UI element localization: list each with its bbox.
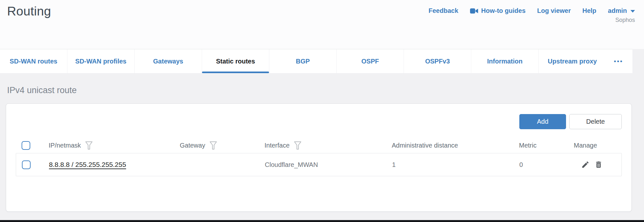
tab-label: SD-WAN routes [10,58,57,65]
tab-static-routes[interactable]: Static routes [202,49,269,73]
routing-tabbar: SD-WAN routes SD-WAN profiles Gateways S… [0,49,632,73]
interface-cell: Cloudflare_MWAN [254,161,381,169]
add-button[interactable]: Add [519,114,566,129]
header-links: Feedback How-to guides Log viewer Help a… [428,7,635,14]
interface-value: Cloudflare_MWAN [265,161,318,169]
column-label: Interface [264,142,290,149]
funnel-icon[interactable] [294,141,302,150]
tab-sdwan-profiles[interactable]: SD-WAN profiles [67,49,135,73]
manage-cell [563,160,621,169]
column-header-admin-distance: Administrative distance [380,142,508,149]
delete-row-button[interactable] [594,160,603,169]
header-utility-area: Feedback How-to guides Log viewer Help a… [428,4,635,24]
feedback-link-label: Feedback [428,7,458,14]
column-header-manage: Manage [562,142,622,149]
tab-label: Upstream proxy [548,58,597,65]
column-label: Gateway [180,142,205,149]
chevron-down-icon [630,10,635,13]
tab-label: BGP [296,58,310,65]
column-label: Metric [519,142,536,149]
log-viewer-label: Log viewer [537,7,571,14]
tab-sdwan-routes[interactable]: SD-WAN routes [0,49,67,73]
tab-label: Gateways [153,58,183,65]
log-viewer-link[interactable]: Log viewer [537,7,571,14]
column-header-ip-netmask: IP/netmask [37,140,168,150]
tab-label: SD-WAN profiles [75,58,127,65]
column-label: Manage [574,142,597,149]
tab-ospf[interactable]: OSPF [337,49,404,73]
table-toolbar: Add Delete [16,114,622,129]
metric-value: 0 [519,161,523,169]
user-menu[interactable]: admin [608,7,635,14]
table-header-row: IP/netmask Gateway Interface Administrat… [16,138,622,153]
help-label: Help [582,7,596,14]
content-area: IPv4 unicast route Add Delete IP/netmask… [0,73,644,212]
user-menu-label: admin [608,7,627,14]
column-header-interface: Interface [253,140,380,150]
column-label: IP/netmask [49,142,81,149]
table-row: 8.8.8.8 / 255.255.255.255 Cloudflare_MWA… [16,153,622,176]
page-title: Routing [7,4,51,19]
tab-label: Static routes [216,58,255,65]
funnel-icon[interactable] [209,141,217,150]
window-bottom-edge [0,220,644,222]
tab-bgp[interactable]: BGP [269,49,337,73]
routes-card: Add Delete IP/netmask Gateway Interfac [6,103,632,212]
tab-label: OSPFv3 [425,58,450,65]
funnel-icon[interactable] [85,141,93,150]
ip-netmask-cell: 8.8.8.8 / 255.255.255.255 [38,161,169,169]
row-checkbox-cell [16,160,38,169]
edit-row-button[interactable] [581,160,590,169]
more-tabs-button[interactable]: ••• [606,49,631,73]
tab-label: OSPF [361,58,379,65]
tab-ospfv3[interactable]: OSPFv3 [404,49,471,73]
route-link[interactable]: 8.8.8.8 / 255.255.255.255 [49,161,126,169]
metric-cell: 0 [508,161,563,169]
tab-upstream-proxy[interactable]: Upstream proxy [539,49,606,73]
feedback-link[interactable]: Feedback [428,7,458,14]
row-checkbox[interactable] [22,160,31,169]
column-label: Administrative distance [392,142,458,149]
header-checkbox-cell [16,141,37,150]
column-header-metric: Metric [508,142,562,149]
pencil-icon [581,160,590,169]
brand-label: Sophos [615,17,635,24]
tab-information[interactable]: Information [471,49,539,73]
ellipsis-icon: ••• [614,58,623,65]
section-title: IPv4 unicast route [7,85,644,95]
tab-label: Information [487,58,523,65]
trash-icon [594,160,603,169]
admin-distance-value: 1 [392,161,396,169]
page-header: Routing Feedback How-to guides Log viewe… [0,0,644,49]
how-to-guides-label: How-to guides [481,7,526,14]
help-link[interactable]: Help [582,7,596,14]
tab-gateways[interactable]: Gateways [135,49,202,73]
video-camera-icon [470,8,478,14]
select-all-checkbox[interactable] [22,141,30,150]
admin-distance-cell: 1 [381,161,508,169]
how-to-guides-link[interactable]: How-to guides [470,7,526,14]
delete-button[interactable]: Delete [569,114,622,129]
column-header-gateway: Gateway [168,140,253,150]
